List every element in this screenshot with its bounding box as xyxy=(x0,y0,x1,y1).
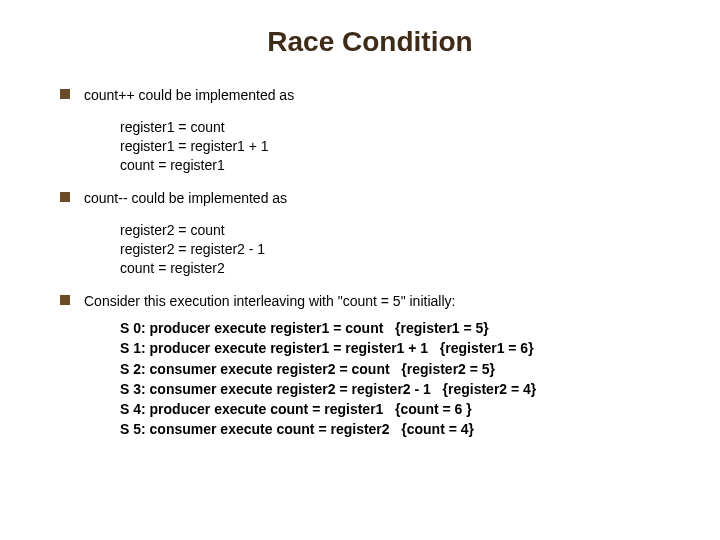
bullet-icon xyxy=(60,192,70,202)
code-line: count = register1 xyxy=(120,156,680,175)
bullet-text-2: count-- could be implemented as xyxy=(84,189,287,207)
step-line: S 2: consumer execute register2 = count … xyxy=(120,359,680,379)
code-line: register2 = register2 - 1 xyxy=(120,240,680,259)
interleaving-steps: S 0: producer execute register1 = count … xyxy=(120,318,680,440)
slide-title: Race Condition xyxy=(60,26,680,58)
step-line: S 3: consumer execute register2 = regist… xyxy=(120,379,680,399)
bullet-text-3: Consider this execution interleaving wit… xyxy=(84,292,455,310)
code-block-1: register1 = count register1 = register1 … xyxy=(120,118,680,175)
slide: Race Condition count++ could be implemen… xyxy=(0,0,720,540)
code-line: count = register2 xyxy=(120,259,680,278)
bullet-text-1: count++ could be implemented as xyxy=(84,86,294,104)
code-block-2: register2 = count register2 = register2 … xyxy=(120,221,680,278)
code-line: register2 = count xyxy=(120,221,680,240)
step-line: S 4: producer execute count = register1 … xyxy=(120,399,680,419)
bullet-item-3: Consider this execution interleaving wit… xyxy=(60,292,680,310)
code-line: register1 = register1 + 1 xyxy=(120,137,680,156)
bullet-item-2: count-- could be implemented as xyxy=(60,189,680,207)
step-line: S 1: producer execute register1 = regist… xyxy=(120,338,680,358)
bullet-item-1: count++ could be implemented as xyxy=(60,86,680,104)
step-line: S 0: producer execute register1 = count … xyxy=(120,318,680,338)
code-line: register1 = count xyxy=(120,118,680,137)
step-line: S 5: consumer execute count = register2 … xyxy=(120,419,680,439)
bullet-icon xyxy=(60,89,70,99)
bullet-icon xyxy=(60,295,70,305)
